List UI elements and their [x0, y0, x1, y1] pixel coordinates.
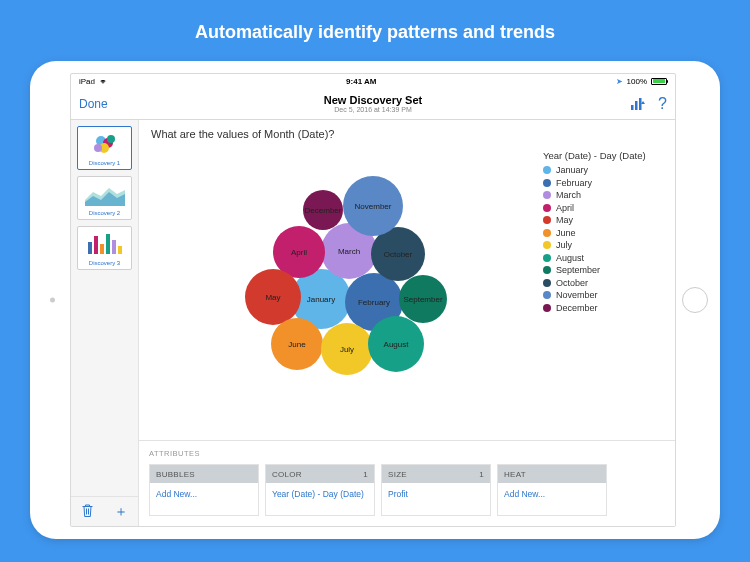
bubble-chart[interactable]: JanuaryFebruaryMarchAprilMayJuneJulyAugu… [151, 144, 533, 436]
legend-label: November [556, 290, 598, 300]
legend-label: February [556, 178, 592, 188]
done-button[interactable]: Done [79, 97, 108, 111]
svg-point-6 [107, 135, 115, 143]
attr-card-header: HEAT [498, 465, 606, 483]
app-screen: iPad 9:41 AM ➤ 100% Done New Discovery S… [70, 73, 676, 527]
attr-card-body[interactable]: Add New... [150, 483, 258, 515]
legend-label: May [556, 215, 573, 225]
svg-rect-9 [94, 236, 98, 254]
legend-item[interactable]: September [543, 265, 663, 275]
page-subtitle: Dec 5, 2016 at 14:39 PM [71, 106, 675, 113]
attributes-header: ATTRIBUTES [149, 445, 665, 464]
bubble-september[interactable]: September [399, 275, 447, 323]
thumbnail-1[interactable]: Discovery 1 [77, 126, 132, 170]
thumbnail-2[interactable]: Discovery 2 [77, 176, 132, 220]
ipad-frame: iPad 9:41 AM ➤ 100% Done New Discovery S… [30, 61, 720, 539]
status-time: 9:41 AM [346, 77, 376, 86]
chart-type-button[interactable] [630, 97, 646, 111]
legend: Year (Date) - Day (Date) JanuaryFebruary… [543, 144, 663, 436]
bubble-august[interactable]: August [368, 316, 424, 372]
attr-card-size[interactable]: SIZE1Profit [381, 464, 491, 516]
legend-swatch [543, 204, 551, 212]
legend-item[interactable]: December [543, 303, 663, 313]
attr-card-body[interactable]: Year (Date) - Day (Date) [266, 483, 374, 515]
svg-rect-12 [112, 240, 116, 254]
legend-swatch [543, 179, 551, 187]
legend-swatch [543, 216, 551, 224]
legend-swatch [543, 279, 551, 287]
legend-swatch [543, 166, 551, 174]
marketing-tagline: Automatically identify patterns and tren… [0, 0, 750, 61]
ipad-camera [50, 298, 55, 303]
bubble-november[interactable]: November [343, 176, 403, 236]
legend-item[interactable]: August [543, 253, 663, 263]
legend-item[interactable]: March [543, 190, 663, 200]
legend-item[interactable]: November [543, 290, 663, 300]
battery-percent: 100% [627, 77, 647, 86]
legend-label: September [556, 265, 600, 275]
help-button[interactable]: ? [658, 95, 667, 113]
status-bar: iPad 9:41 AM ➤ 100% [71, 74, 675, 88]
thumbnail-preview [81, 130, 128, 158]
legend-swatch [543, 304, 551, 312]
attr-card-bubbles[interactable]: BUBBLESAdd New... [149, 464, 259, 516]
wifi-icon [99, 77, 107, 85]
legend-swatch [543, 266, 551, 274]
thumbnail-label: Discovery 2 [81, 210, 128, 216]
svg-point-7 [94, 144, 102, 152]
main-content: What are the values of Month (Date)? Jan… [139, 120, 675, 526]
attr-card-color[interactable]: COLOR1Year (Date) - Day (Date) [265, 464, 375, 516]
attr-card-body[interactable]: Add New... [498, 483, 606, 515]
legend-label: June [556, 228, 576, 238]
bubble-july[interactable]: July [321, 323, 373, 375]
legend-title: Year (Date) - Day (Date) [543, 150, 663, 161]
attr-card-heat[interactable]: HEATAdd New... [497, 464, 607, 516]
legend-item[interactable]: June [543, 228, 663, 238]
trash-icon[interactable] [81, 503, 94, 521]
legend-label: October [556, 278, 588, 288]
svg-rect-1 [635, 101, 638, 110]
thumbnail-preview [81, 230, 128, 258]
legend-swatch [543, 229, 551, 237]
legend-label: March [556, 190, 581, 200]
legend-item[interactable]: April [543, 203, 663, 213]
legend-item[interactable]: October [543, 278, 663, 288]
svg-rect-13 [118, 246, 122, 254]
attributes-panel: ATTRIBUTES BUBBLESAdd New...COLOR1Year (… [139, 440, 675, 526]
attr-card-body[interactable]: Profit [382, 483, 490, 515]
bubble-december[interactable]: December [303, 190, 343, 230]
bubble-may[interactable]: May [245, 269, 301, 325]
location-icon: ➤ [616, 77, 623, 86]
thumbnail-3[interactable]: Discovery 3 [77, 226, 132, 270]
nav-bar: Done New Discovery Set Dec 5, 2016 at 14… [71, 88, 675, 120]
legend-swatch [543, 291, 551, 299]
legend-item[interactable]: May [543, 215, 663, 225]
thumbnail-label: Discovery 1 [81, 160, 128, 166]
legend-label: January [556, 165, 588, 175]
carrier-label: iPad [79, 77, 95, 86]
thumbnail-preview [81, 180, 128, 208]
svg-rect-8 [88, 242, 92, 254]
legend-item[interactable]: July [543, 240, 663, 250]
legend-swatch [543, 191, 551, 199]
legend-item[interactable]: February [543, 178, 663, 188]
legend-label: April [556, 203, 574, 213]
legend-label: August [556, 253, 584, 263]
legend-swatch [543, 254, 551, 262]
svg-rect-11 [106, 234, 110, 254]
svg-rect-0 [631, 105, 634, 110]
bubble-june[interactable]: June [271, 318, 323, 370]
svg-rect-10 [100, 244, 104, 254]
page-title: New Discovery Set [71, 94, 675, 106]
legend-label: July [556, 240, 572, 250]
add-button[interactable]: ＋ [114, 503, 128, 521]
legend-label: December [556, 303, 598, 313]
attr-card-header: SIZE1 [382, 465, 490, 483]
chart-question: What are the values of Month (Date)? [139, 120, 675, 144]
attr-card-header: COLOR1 [266, 465, 374, 483]
attr-card-header: BUBBLES [150, 465, 258, 483]
ipad-home-button[interactable] [682, 287, 708, 313]
legend-item[interactable]: January [543, 165, 663, 175]
nav-title-block: New Discovery Set Dec 5, 2016 at 14:39 P… [71, 94, 675, 113]
battery-icon [651, 78, 667, 85]
